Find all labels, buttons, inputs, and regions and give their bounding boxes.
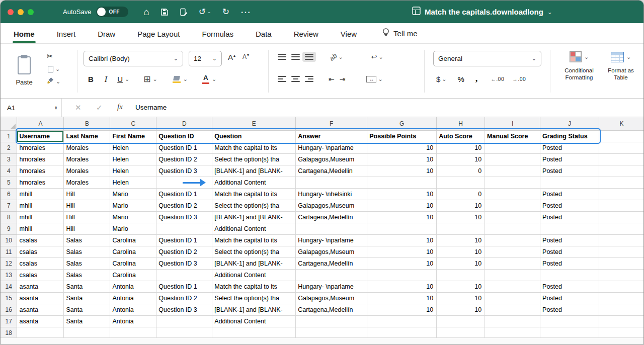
cell-K1[interactable]: [599, 130, 644, 142]
cell-F2[interactable]: Hungary- \nparlame: [296, 142, 367, 153]
row-header-10[interactable]: 10: [1, 234, 17, 246]
tab-draw[interactable]: Draw: [97, 24, 116, 43]
decrease-indent-button[interactable]: ⇤: [326, 73, 337, 85]
cell-C10[interactable]: Carolina: [110, 234, 156, 246]
cell-I13[interactable]: [485, 269, 540, 281]
decrease-decimal-button[interactable]: →.00: [512, 76, 526, 82]
cell-D18[interactable]: [156, 327, 212, 338]
cell-C14[interactable]: Antonia: [110, 281, 156, 292]
cell-B3[interactable]: Morales: [64, 153, 110, 165]
cell-A1[interactable]: Username: [17, 130, 64, 142]
undo-button[interactable]: ↺ ⌄: [199, 8, 211, 16]
cell-I7[interactable]: [485, 200, 540, 211]
tab-formulas[interactable]: Formulas: [201, 24, 234, 43]
cell-G17[interactable]: [367, 315, 437, 327]
cancel-entry-icon[interactable]: ✕: [75, 103, 82, 112]
cell-A10[interactable]: csalas: [17, 234, 64, 246]
cell-I3[interactable]: [485, 153, 540, 165]
cell-F5[interactable]: [296, 177, 367, 188]
cell-H2[interactable]: 10: [437, 142, 485, 153]
column-header-A[interactable]: A: [17, 117, 64, 130]
wrap-text-button[interactable]: ↩ ⌄: [369, 51, 386, 63]
cell-D15[interactable]: Question ID 2: [156, 292, 212, 304]
cell-K8[interactable]: [599, 211, 644, 223]
cell-E18[interactable]: [212, 327, 296, 338]
cell-H6[interactable]: 0: [437, 188, 485, 200]
cell-A16[interactable]: asanta: [17, 304, 64, 315]
cell-J8[interactable]: Posted: [540, 211, 599, 223]
cell-G12[interactable]: 10: [367, 257, 437, 269]
fill-color-button[interactable]: [173, 76, 181, 83]
cell-I15[interactable]: [485, 292, 540, 304]
cell-F3[interactable]: Galapagos,Museum: [296, 153, 367, 165]
cell-B4[interactable]: Morales: [64, 165, 110, 177]
cell-E13[interactable]: Additional Content: [212, 269, 296, 281]
comma-format-button[interactable]: ,: [475, 74, 477, 84]
cell-D17[interactable]: [156, 315, 212, 327]
cell-J3[interactable]: Posted: [540, 153, 599, 165]
row-header-12[interactable]: 12: [1, 257, 17, 269]
font-color-button[interactable]: A: [202, 74, 210, 83]
format-painter-button[interactable]: ⌄: [47, 77, 60, 86]
cell-H15[interactable]: 10: [437, 292, 485, 304]
cell-F7[interactable]: Galapagos,Museum: [296, 200, 367, 211]
cell-E1[interactable]: Question: [212, 130, 296, 142]
row-header-15[interactable]: 15: [1, 292, 17, 304]
cell-E6[interactable]: Match the capital to its: [212, 188, 296, 200]
cell-K14[interactable]: [599, 281, 644, 292]
cell-F12[interactable]: Cartagena,Medellín: [296, 257, 367, 269]
cell-G8[interactable]: 10: [367, 211, 437, 223]
cell-K4[interactable]: [599, 165, 644, 177]
cell-G5[interactable]: [367, 177, 437, 188]
cell-I5[interactable]: [485, 177, 540, 188]
cell-D14[interactable]: Question ID 1: [156, 281, 212, 292]
align-middle-button[interactable]: [289, 52, 302, 62]
cell-H4[interactable]: 0: [437, 165, 485, 177]
cell-H13[interactable]: [437, 269, 485, 281]
cell-J7[interactable]: Posted: [540, 200, 599, 211]
cell-C12[interactable]: Carolina: [110, 257, 156, 269]
column-header-B[interactable]: B: [64, 117, 110, 130]
tab-data[interactable]: Data: [255, 24, 273, 43]
cell-E9[interactable]: Additional Content: [212, 223, 296, 234]
cell-K10[interactable]: [599, 234, 644, 246]
cell-D6[interactable]: Question ID 1: [156, 188, 212, 200]
cell-H3[interactable]: 10: [437, 153, 485, 165]
cell-E4[interactable]: [BLANK-1] and [BLANK-: [212, 165, 296, 177]
cell-H10[interactable]: 10: [437, 234, 485, 246]
cell-F13[interactable]: [296, 269, 367, 281]
cell-B6[interactable]: Hill: [64, 188, 110, 200]
cell-A11[interactable]: csalas: [17, 246, 64, 257]
cell-D5[interactable]: [156, 177, 212, 188]
cell-J12[interactable]: Posted: [540, 257, 599, 269]
minimize-window-button[interactable]: [18, 9, 24, 15]
cell-E17[interactable]: Additional Content: [212, 315, 296, 327]
cell-D13[interactable]: [156, 269, 212, 281]
cell-D11[interactable]: Question ID 2: [156, 246, 212, 257]
increase-font-size-button[interactable]: A▴: [228, 53, 235, 61]
save-as-icon[interactable]: [180, 8, 188, 16]
currency-format-button[interactable]: $ ⌄: [436, 75, 447, 83]
cell-B17[interactable]: Santa: [64, 315, 110, 327]
row-header-18[interactable]: 18: [1, 327, 17, 338]
cell-E15[interactable]: Select the option(s) tha: [212, 292, 296, 304]
row-header-13[interactable]: 13: [1, 269, 17, 281]
merge-center-button[interactable]: ↔ ⌄: [364, 74, 385, 84]
row-header-5[interactable]: 5: [1, 177, 17, 188]
cell-J2[interactable]: Posted: [540, 142, 599, 153]
cell-C1[interactable]: First Name: [110, 130, 156, 142]
cell-I16[interactable]: [485, 304, 540, 315]
cell-G3[interactable]: 10: [367, 153, 437, 165]
column-header-C[interactable]: C: [110, 117, 156, 130]
cell-A6[interactable]: mhill: [17, 188, 64, 200]
cell-J14[interactable]: Posted: [540, 281, 599, 292]
tab-page-layout[interactable]: Page Layout: [136, 24, 181, 43]
cell-G10[interactable]: 10: [367, 234, 437, 246]
cell-I6[interactable]: [485, 188, 540, 200]
confirm-entry-icon[interactable]: ✓: [96, 103, 103, 112]
cell-B9[interactable]: Hill: [64, 223, 110, 234]
cell-C18[interactable]: [110, 327, 156, 338]
cut-button[interactable]: ✂: [47, 52, 60, 61]
paste-button[interactable]: Paste: [9, 50, 40, 92]
cell-G2[interactable]: 10: [367, 142, 437, 153]
